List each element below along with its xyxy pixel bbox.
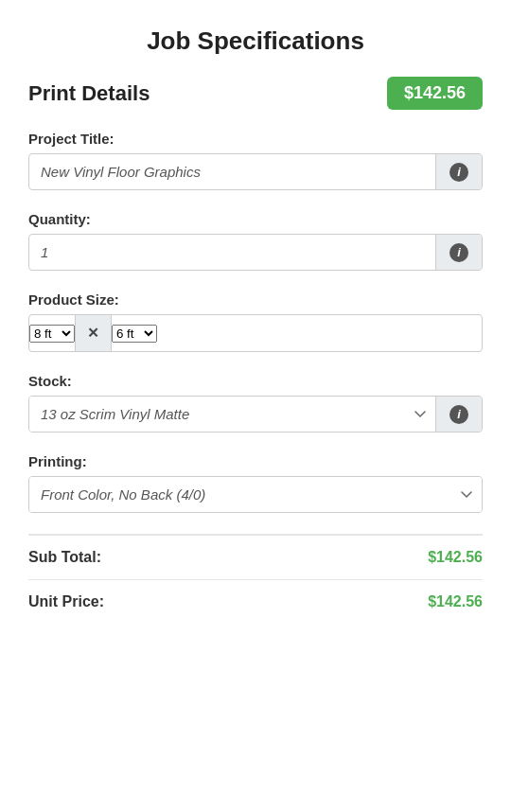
stock-info-button[interactable]: i xyxy=(435,397,482,432)
unit-price-row: Unit Price: $142.56 xyxy=(28,579,483,624)
size-close-button[interactable]: ✕ xyxy=(75,315,112,351)
section-title: Print Details xyxy=(28,81,150,106)
info-icon: i xyxy=(449,163,468,182)
subtotal-row: Sub Total: $142.56 xyxy=(28,535,483,579)
unit-price-value: $142.56 xyxy=(428,593,483,610)
subtotal-value: $142.56 xyxy=(428,549,483,566)
product-size-width-select[interactable]: 8 ft 4 ft 6 ft 10 ft xyxy=(29,325,75,343)
stock-select-wrapper: 13 oz Scrim Vinyl Matte 16 oz Scrim Viny… xyxy=(28,396,483,432)
product-size-height-select[interactable]: 6 ft 4 ft 8 ft 10 ft xyxy=(112,325,157,343)
printing-select[interactable]: Front Color, No Back (4/0) Front Color, … xyxy=(29,477,482,512)
info-icon: i xyxy=(449,243,468,262)
project-title-input[interactable] xyxy=(29,154,435,189)
quantity-label: Quantity: xyxy=(28,211,483,227)
page-title: Job Specifications xyxy=(28,26,483,56)
unit-price-label: Unit Price: xyxy=(28,593,104,610)
info-icon: i xyxy=(449,405,468,424)
printing-group: Printing: Front Color, No Back (4/0) Fro… xyxy=(28,453,483,513)
quantity-group: Quantity: i xyxy=(28,211,483,271)
printing-label: Printing: xyxy=(28,453,483,469)
quantity-info-button[interactable]: i xyxy=(435,235,482,270)
quantity-input-wrapper: i xyxy=(28,234,483,271)
product-size-label: Product Size: xyxy=(28,291,483,308)
section-header: Print Details $142.56 xyxy=(28,77,483,110)
project-title-input-wrapper: i xyxy=(28,153,483,190)
stock-select[interactable]: 13 oz Scrim Vinyl Matte 16 oz Scrim Viny… xyxy=(29,397,435,432)
product-size-group: Product Size: 8 ft 4 ft 6 ft 10 ft ✕ 6 f… xyxy=(28,291,483,352)
project-title-label: Project Title: xyxy=(28,131,483,147)
subtotal-label: Sub Total: xyxy=(28,549,101,566)
project-title-group: Project Title: i xyxy=(28,131,483,190)
quantity-input[interactable] xyxy=(29,235,435,270)
project-title-info-button[interactable]: i xyxy=(435,154,482,189)
printing-select-wrapper: Front Color, No Back (4/0) Front Color, … xyxy=(28,476,483,513)
stock-label: Stock: xyxy=(28,373,483,389)
stock-group: Stock: 13 oz Scrim Vinyl Matte 16 oz Scr… xyxy=(28,373,483,432)
total-price-badge: $142.56 xyxy=(387,77,483,110)
product-size-row: 8 ft 4 ft 6 ft 10 ft ✕ 6 ft 4 ft 8 ft 10… xyxy=(28,314,483,352)
